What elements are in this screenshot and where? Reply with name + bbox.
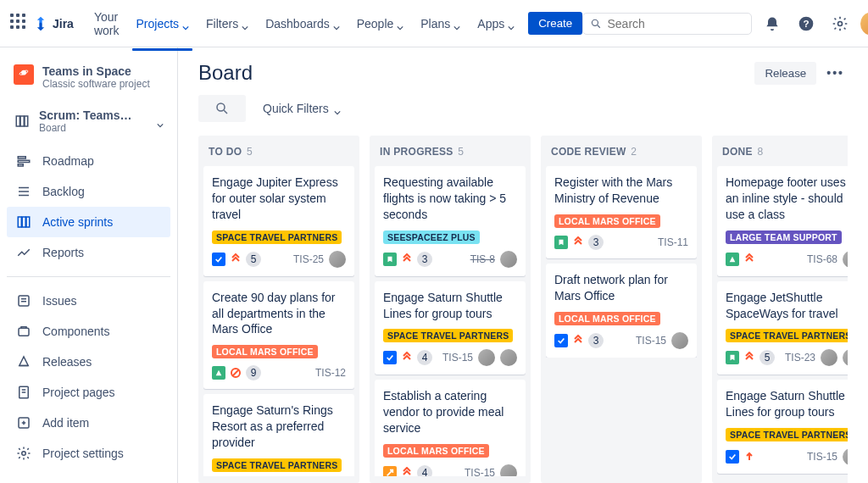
issue-type-icon: [726, 253, 739, 266]
sidebar-item-add-item[interactable]: Add item: [7, 408, 170, 438]
project-name: Teams in Space: [42, 64, 150, 78]
assignee-avatar[interactable]: [821, 349, 837, 366]
card-footer: 9TIS-12: [212, 365, 346, 380]
column-count: 5: [458, 146, 464, 158]
sidebar-item-releases[interactable]: Releases: [7, 347, 170, 377]
svg-line-31: [224, 110, 227, 114]
nav-item-apps[interactable]: Apps: [470, 10, 521, 37]
issues-icon: [15, 292, 32, 309]
product-name: Jira: [53, 17, 74, 31]
board-search-button[interactable]: [198, 95, 246, 122]
board-selector[interactable]: Scrum: Teams in S... Board: [7, 100, 170, 142]
column-name: In Progress: [380, 146, 453, 158]
story-points: 3: [588, 333, 604, 348]
release-button[interactable]: Release: [754, 62, 816, 85]
column-count: 8: [758, 146, 764, 158]
sidebar-item-label: Releases: [42, 355, 92, 369]
card-title: Engage Saturn Shuttle Lines for group to…: [726, 388, 848, 420]
app-switcher-icon[interactable]: [10, 14, 25, 34]
sidebar-item-project-pages[interactable]: Project pages: [7, 377, 170, 408]
issue-card[interactable]: Requesting available flights is now taki…: [375, 166, 526, 276]
search-input[interactable]: [607, 17, 744, 31]
more-actions-icon[interactable]: •••: [823, 63, 848, 83]
nav-item-label: Dashboards: [265, 17, 330, 31]
card-label: SEESPACEEZ PLUS: [383, 230, 480, 244]
card-footer: 4TIS-15: [383, 349, 517, 366]
nav-item-dashboards[interactable]: Dashboards: [259, 10, 347, 37]
sidebar-item-backlog[interactable]: Backlog: [7, 176, 170, 207]
nav-item-your-work[interactable]: Your work: [87, 3, 126, 44]
assignee-avatar[interactable]: [500, 349, 517, 366]
assignee-avatar[interactable]: [478, 349, 495, 366]
settings-icon[interactable]: [826, 10, 854, 37]
priority-icon: [743, 451, 755, 463]
notifications-icon[interactable]: [759, 10, 786, 37]
priority-icon: [743, 253, 755, 265]
issue-card[interactable]: Engage Saturn's Rings Resort as a prefer…: [203, 394, 354, 476]
jira-logo[interactable]: Jira: [32, 15, 74, 32]
quick-filters-dropdown[interactable]: Quick Filters: [256, 98, 348, 119]
nav-item-projects[interactable]: Projects: [129, 10, 196, 37]
issue-card[interactable]: Draft network plan for Mars OfficeLOCAL …: [546, 264, 697, 358]
story-points: 4: [417, 350, 432, 365]
issue-key: TIS-15: [465, 467, 495, 476]
column-header: In Progress 5: [375, 142, 526, 166]
card-label: SPACE TRAVEL PARTNERS: [726, 329, 848, 342]
issue-card[interactable]: Create 90 day plans for all departments …: [203, 281, 354, 390]
issue-type-icon: [554, 334, 568, 347]
nav-item-people[interactable]: People: [350, 10, 411, 37]
board-icon: [14, 113, 31, 130]
sidebar-item-label: Backlog: [42, 185, 85, 198]
sidebar-item-project-settings[interactable]: Project settings: [7, 438, 170, 469]
assignee-avatar[interactable]: [671, 332, 688, 349]
story-points: 4: [417, 465, 432, 476]
priority-icon: [401, 253, 413, 265]
card-title: Homepage footer uses an inline style - s…: [726, 175, 848, 223]
column-count: 2: [631, 146, 637, 158]
sidebar-item-components[interactable]: Components: [7, 316, 170, 347]
issue-card[interactable]: Engage Jupiter Express for outer solar s…: [203, 166, 354, 276]
search-box[interactable]: [582, 13, 752, 35]
issue-card[interactable]: Engage Saturn Shuttle Lines for group to…: [717, 380, 848, 474]
assignee-avatar[interactable]: [500, 251, 517, 268]
assignee-avatar[interactable]: [843, 349, 848, 366]
nav-item-filters[interactable]: Filters: [199, 10, 255, 37]
issue-card[interactable]: Engage JetShuttle SpaceWays for travelSP…: [717, 281, 848, 375]
column-header: Code Review 2: [546, 142, 697, 166]
story-points: 3: [588, 235, 604, 250]
chevron-down-icon: [397, 20, 403, 27]
top-nav: Jira Your workProjectsFiltersDashboardsP…: [0, 0, 868, 47]
quick-filters-label: Quick Filters: [263, 102, 329, 115]
card-title: Create 90 day plans for all departments …: [212, 290, 346, 338]
card-footer: TIS-15: [726, 448, 848, 465]
create-button[interactable]: Create: [528, 12, 582, 35]
nav-item-label: Apps: [477, 17, 504, 31]
column-header: Done 8: [717, 142, 848, 166]
sidebar-item-issues[interactable]: Issues: [7, 286, 170, 316]
issue-type-icon: [726, 351, 739, 364]
sidebar-divider: [7, 276, 170, 277]
chevron-down-icon: [182, 20, 189, 27]
sidebar-item-roadmap[interactable]: Roadmap: [7, 146, 170, 176]
card-title: Draft network plan for Mars Office: [554, 272, 688, 304]
assignee-avatar[interactable]: [843, 448, 848, 465]
issue-card[interactable]: Homepage footer uses an inline style - s…: [717, 166, 848, 276]
content-header: Board Release •••: [198, 61, 848, 85]
search-icon: [214, 101, 230, 116]
sidebar-item-label: Active sprints: [42, 215, 113, 229]
assignee-avatar[interactable]: [843, 251, 848, 268]
issue-card[interactable]: Engage Saturn Shuttle Lines for group to…: [375, 281, 526, 375]
sidebar-item-active-sprints[interactable]: Active sprints: [7, 207, 170, 237]
sidebar-item-label: Issues: [42, 294, 76, 308]
help-icon[interactable]: ?: [793, 10, 820, 37]
sidebar-item-reports[interactable]: Reports: [7, 237, 170, 268]
project-header[interactable]: Teams in Space Classic software project: [7, 61, 170, 100]
issue-card[interactable]: Establish a catering vendor to provide m…: [375, 380, 526, 476]
issue-card[interactable]: Register with the Mars Ministry of Reven…: [546, 166, 697, 258]
assignee-avatar[interactable]: [329, 251, 346, 268]
assignee-avatar[interactable]: [500, 464, 517, 476]
chevron-down-icon: [333, 20, 340, 27]
nav-item-plans[interactable]: Plans: [414, 10, 467, 37]
card-title: Engage Saturn's Rings Resort as a prefer…: [212, 402, 346, 451]
user-avatar[interactable]: [860, 12, 868, 36]
